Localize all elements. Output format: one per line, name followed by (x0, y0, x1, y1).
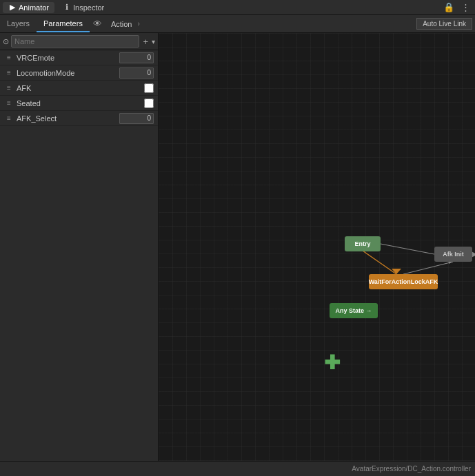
param-handle-icon: ≡ (4, 83, 14, 93)
svg-line-0 (363, 251, 396, 274)
param-checkbox-afk[interactable] (144, 83, 154, 93)
param-row-afk[interactable]: ≡ AFK (0, 81, 158, 96)
inspector-tab[interactable]: ℹ Inspector (57, 2, 110, 13)
main-layout: ⊙ + ▾ ≡ VRCEmote ≡ LocomotionMode ≡ AFK (0, 33, 475, 461)
lock-icon-btn[interactable]: 🔒 (441, 2, 456, 12)
param-value-vrcemote[interactable] (119, 52, 154, 63)
layers-tab[interactable]: Layers (0, 15, 37, 32)
node-afk-init[interactable]: Afk Init ▶ (434, 247, 472, 262)
node-wait-for-action[interactable]: WaitForActionLockAFK (369, 274, 438, 289)
param-handle-icon: ≡ (4, 53, 14, 63)
animator-icon: ▶ (8, 3, 17, 12)
param-checkbox-seated[interactable] (144, 99, 154, 108)
node-entry-label: Entry (354, 240, 370, 247)
param-name-seated: Seated (17, 99, 144, 107)
left-panel: ⊙ + ▾ ≡ VRCEmote ≡ LocomotionMode ≡ AFK (0, 33, 159, 461)
param-handle-icon: ≡ (4, 114, 14, 123)
svg-line-2 (381, 244, 434, 254)
node-wait-label: WaitForActionLockAFK (369, 278, 438, 285)
param-name-afk: AFK (17, 84, 144, 92)
param-value-afkselect[interactable] (119, 113, 154, 124)
add-dropdown-arrow[interactable]: ▾ (152, 38, 155, 45)
node-any-state-label: Any State → (335, 307, 372, 314)
param-row-locomotionmode[interactable]: ≡ LocomotionMode (0, 65, 158, 81)
visibility-toggle[interactable]: 👁 (90, 19, 105, 29)
top-controls: 🔒 ⋮ (441, 2, 472, 12)
param-name-vrcemote: VRCEmote (17, 54, 119, 62)
top-bar: ▶ Animator ℹ Inspector 🔒 ⋮ (0, 0, 475, 15)
add-state-btn[interactable]: ✚ (324, 351, 340, 374)
param-row-seated[interactable]: ≡ Seated (0, 96, 158, 111)
auto-live-link-btn[interactable]: Auto Live Link (416, 18, 472, 30)
param-handle-icon: ≡ (4, 68, 14, 78)
svg-marker-1 (392, 269, 401, 274)
search-bar: ⊙ + ▾ (0, 33, 158, 50)
param-list: ≡ VRCEmote ≡ LocomotionMode ≡ AFK ≡ Seat… (0, 50, 158, 461)
parameters-tab[interactable]: Parameters (37, 15, 90, 32)
inspector-icon: ℹ (63, 3, 71, 12)
param-name-afkselect: AFK_Select (17, 114, 119, 123)
connector-right-afkinit: ▶ (472, 251, 475, 258)
param-row-vrcemote[interactable]: ≡ VRCEmote (0, 50, 158, 65)
param-value-locomotionmode[interactable] (119, 68, 154, 79)
status-path: AvatarExpression/DC_Action.controller (352, 465, 471, 473)
search-icon: ⊙ (3, 37, 9, 46)
canvas-area[interactable]: Entry Afk Init ▶ AFK ▶ BlendOut WaitForA… (159, 33, 475, 461)
second-bar: Layers Parameters 👁 Action › Auto Live L… (0, 15, 475, 33)
node-any-state[interactable]: Any State → (330, 303, 378, 318)
add-parameter-btn[interactable]: + (141, 37, 150, 47)
param-row-afkselect[interactable]: ≡ AFK_Select (0, 111, 158, 126)
action-label: Action (105, 20, 138, 28)
node-afk-init-label: Afk Init (443, 251, 464, 258)
inspector-tab-label: Inspector (73, 3, 104, 12)
connection-lines (159, 33, 475, 461)
action-arrow: › (137, 20, 139, 28)
node-entry[interactable]: Entry (345, 236, 381, 251)
param-name-locomotionmode: LocomotionMode (17, 69, 119, 77)
status-bar: AvatarExpression/DC_Action.controller (0, 461, 475, 476)
layers-params-tabs: Layers Parameters (0, 15, 90, 32)
animator-tab-label: Animator (19, 3, 49, 12)
search-input[interactable] (11, 35, 139, 48)
more-options-btn[interactable]: ⋮ (459, 2, 472, 12)
param-handle-icon: ≡ (4, 99, 14, 108)
svg-line-10 (403, 262, 453, 274)
animator-tab[interactable]: ▶ Animator (3, 2, 54, 13)
